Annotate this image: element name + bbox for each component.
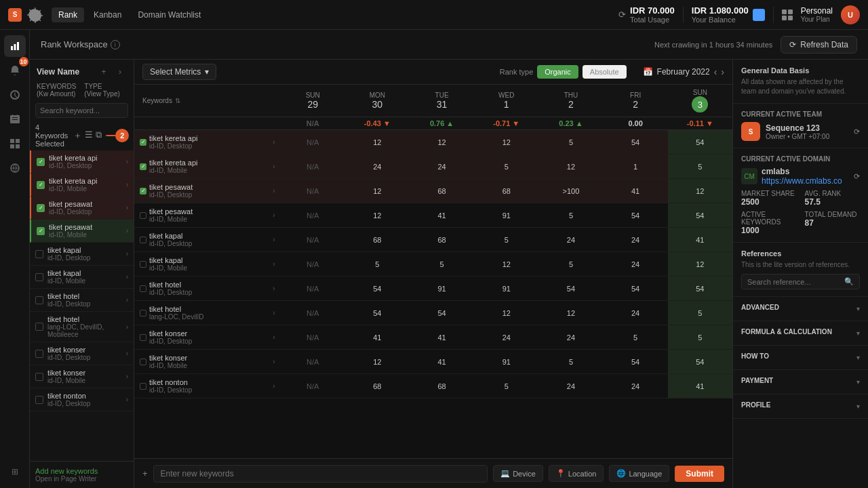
rp-search-ref[interactable]: 🔍: [741, 274, 860, 289]
kw-checkbox[interactable]: [37, 227, 45, 235]
kw-item-expand-icon[interactable]: ›: [126, 296, 128, 304]
settings-icon[interactable]: [27, 7, 43, 23]
row-checkbox[interactable]: [140, 139, 146, 146]
kw-item-expand-icon[interactable]: ›: [126, 350, 128, 357]
row-expand-icon[interactable]: ›: [273, 187, 275, 195]
kw-list-item[interactable]: tiket pesawat id-ID, Mobile ›: [30, 220, 134, 243]
date-next-btn[interactable]: ›: [721, 66, 724, 77]
lp-add-btn[interactable]: +: [97, 65, 111, 79]
kw-list-item[interactable]: tiket kereta api id-ID, Desktop ›: [30, 150, 134, 174]
rp-search-ref-input[interactable]: [747, 278, 842, 286]
row-expand-icon[interactable]: ›: [273, 333, 275, 341]
language-filter[interactable]: 🌐 Language: [609, 465, 669, 482]
kw-checkbox[interactable]: [35, 396, 43, 404]
date-prev-btn[interactable]: ‹: [714, 66, 717, 77]
row-expand-icon[interactable]: ›: [273, 163, 275, 170]
kw-list-item[interactable]: tiket kapal id-ID, Desktop ›: [30, 243, 134, 266]
row-checkbox[interactable]: [140, 359, 146, 365]
rp-payment[interactable]: PAYMENT ▾: [733, 370, 868, 394]
topup-icon[interactable]: [753, 9, 765, 21]
refresh-button[interactable]: ⟳ Refresh Data: [781, 36, 857, 54]
kw-checkbox[interactable]: [37, 158, 45, 166]
row-expand-icon[interactable]: ›: [273, 236, 275, 243]
kw-list-item[interactable]: tiket konser id-ID, Desktop ›: [30, 342, 134, 365]
kw-item-expand-icon[interactable]: ›: [126, 396, 128, 403]
kw-checkbox[interactable]: [35, 350, 43, 358]
kw-list-item[interactable]: tiket konser id-ID, Mobile ›: [30, 365, 134, 388]
lp-nav-btn[interactable]: ›: [113, 65, 127, 79]
tab-domain-watchlist[interactable]: Domain Watchlist: [131, 7, 208, 22]
rp-advanced-header[interactable]: ADVANCED ▾: [741, 304, 860, 314]
new-kw-input[interactable]: [153, 465, 488, 483]
kw-list-item[interactable]: tiket hotel id-ID, Desktop ›: [30, 289, 134, 312]
row-expand-icon[interactable]: ›: [273, 138, 275, 146]
rp-payment-header[interactable]: PAYMENT ▾: [741, 377, 860, 387]
kw-item-expand-icon[interactable]: ›: [126, 273, 128, 281]
row-checkbox[interactable]: [140, 285, 146, 292]
row-checkbox[interactable]: [140, 163, 146, 170]
rp-formula[interactable]: FORMULA & CALCULATION ▾: [733, 321, 868, 346]
kw-checkbox[interactable]: [37, 204, 45, 212]
kw-checkbox[interactable]: [35, 296, 43, 304]
organic-btn[interactable]: Organic: [537, 65, 578, 79]
kw-item-expand-icon[interactable]: ›: [126, 181, 128, 188]
kw-item-expand-icon[interactable]: ›: [126, 158, 128, 165]
metrics-select[interactable]: Select Metrics ▾: [142, 64, 216, 80]
rp-advanced[interactable]: ADVANCED ▾: [733, 297, 868, 321]
absolute-btn[interactable]: Absolute: [583, 65, 627, 79]
row-checkbox[interactable]: [140, 237, 146, 243]
kw-item-expand-icon[interactable]: ›: [126, 250, 128, 258]
kw-checkbox[interactable]: [35, 373, 43, 381]
kw-list-item[interactable]: tiket kereta api id-ID, Mobile ›: [30, 174, 134, 197]
sidebar-icon-globe[interactable]: [4, 157, 26, 179]
kw-list-item[interactable]: tiket hotel lang-LOC, DevilID, Mobileece…: [30, 312, 134, 342]
rp-profile[interactable]: PROFILE ▾: [733, 394, 868, 419]
kw-checkbox[interactable]: [35, 323, 43, 331]
device-filter[interactable]: 💻 Device: [493, 465, 543, 482]
kw-item-expand-icon[interactable]: ›: [126, 227, 128, 235]
kw-checkbox[interactable]: [35, 273, 43, 281]
kw-filter-icon[interactable]: ☰: [85, 129, 93, 142]
kw-item-expand-icon[interactable]: ›: [126, 323, 128, 331]
row-checkbox[interactable]: [140, 383, 146, 390]
kw-search-input[interactable]: [40, 106, 134, 115]
kw-checkbox[interactable]: [37, 181, 45, 189]
kw-list-item[interactable]: tiket kapal id-ID, Mobile ›: [30, 266, 134, 289]
tab-rank[interactable]: Rank: [52, 7, 84, 22]
row-expand-icon[interactable]: ›: [273, 260, 275, 268]
tab-kanban[interactable]: Kanban: [87, 7, 128, 22]
row-checkbox[interactable]: [140, 310, 146, 317]
row-expand-icon[interactable]: ›: [273, 309, 275, 317]
kw-copy-icon[interactable]: ⧉: [96, 129, 102, 142]
row-expand-icon[interactable]: ›: [273, 358, 275, 365]
kw-list-item[interactable]: tiket pesawat id-ID, Desktop ›: [30, 197, 134, 220]
row-checkbox[interactable]: [140, 334, 146, 341]
row-expand-icon[interactable]: ›: [273, 211, 275, 219]
kw-search-bar[interactable]: 🔍: [35, 103, 128, 118]
add-kw-btn[interactable]: Add new keywords: [35, 467, 128, 475]
row-checkbox[interactable]: [140, 261, 146, 268]
row-checkbox[interactable]: [140, 188, 146, 195]
workspace-info-icon[interactable]: i: [111, 40, 120, 49]
user-avatar[interactable]: U: [841, 5, 860, 24]
sidebar-icon-rank[interactable]: [4, 35, 26, 57]
sidebar-icon-history[interactable]: [4, 84, 26, 106]
rp-howto[interactable]: HOW TO ▾: [733, 346, 868, 370]
location-filter[interactable]: 📍 Location: [549, 465, 604, 482]
rp-profile-header[interactable]: PROFILE ▾: [741, 401, 860, 411]
row-checkbox[interactable]: [140, 212, 146, 219]
sidebar-icon-calendar[interactable]: [4, 108, 26, 130]
rp-domain-refresh-icon[interactable]: ⟳: [854, 172, 860, 181]
kw-item-expand-icon[interactable]: ›: [126, 373, 128, 380]
row-expand-icon[interactable]: ›: [273, 382, 275, 390]
kw-item-expand-icon[interactable]: ›: [126, 204, 128, 211]
submit-button[interactable]: Submit: [675, 466, 724, 482]
grid-icon[interactable]: [782, 9, 793, 20]
sidebar-icon-grid[interactable]: [4, 133, 26, 155]
rp-domain-url[interactable]: https://www.cmlabs.co: [762, 176, 842, 186]
rp-formula-header[interactable]: FORMULA & CALCULATION ▾: [741, 328, 860, 338]
kw-checkbox[interactable]: [35, 250, 43, 258]
kw-add-icon[interactable]: ＋: [73, 129, 82, 142]
row-expand-icon[interactable]: ›: [273, 285, 275, 292]
sidebar-icon-toggle[interactable]: ⊞: [4, 461, 26, 483]
